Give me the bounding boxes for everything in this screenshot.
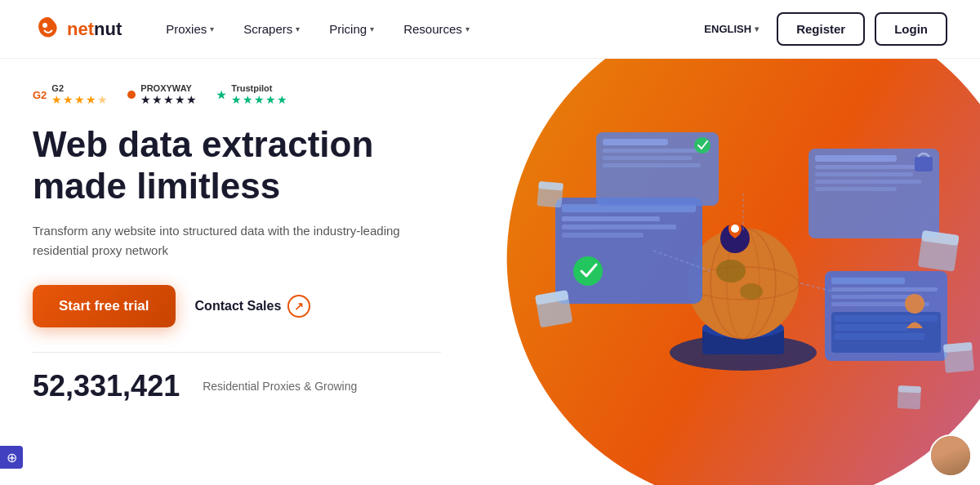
svg-rect-29 (815, 180, 921, 184)
svg-rect-26 (815, 155, 897, 162)
proxyway-stars: ★ ★ ★ ★ ★ (140, 93, 197, 106)
svg-rect-33 (831, 278, 905, 284)
svg-rect-28 (815, 172, 913, 176)
hero-visual (457, 59, 980, 485)
logo[interactable]: netnut (33, 14, 122, 45)
svg-point-0 (42, 23, 47, 28)
navbar: netnut Proxies ▾ Scrapers ▾ Pricing ▾ Re… (0, 0, 980, 59)
svg-point-41 (905, 294, 924, 314)
register-button[interactable]: Register (777, 12, 865, 46)
chevron-down-icon: ▾ (370, 24, 374, 33)
svg-point-12 (731, 225, 739, 233)
svg-point-9 (716, 260, 746, 283)
hero-section: G2 G2 ★ ★ ★ ★ ★ PROXYWAY (0, 59, 980, 485)
svg-rect-15 (562, 216, 660, 221)
g2-stars: ★ ★ ★ ★ ★ (51, 93, 108, 106)
stat-number: 52,331,421 (33, 369, 180, 403)
svg-point-24 (694, 137, 710, 154)
svg-rect-31 (915, 157, 933, 171)
language-selector[interactable]: ENGLISH ▾ (696, 18, 767, 40)
login-button[interactable]: Login (875, 12, 947, 46)
nav-item-pricing[interactable]: Pricing ▾ (318, 16, 385, 42)
svg-rect-38 (835, 315, 938, 322)
svg-rect-40 (835, 333, 924, 340)
accessibility-button[interactable]: ⊕ (0, 446, 23, 469)
svg-point-10 (740, 283, 763, 300)
g2-logo: G2 (33, 89, 47, 101)
nav-item-proxies[interactable]: Proxies ▾ (154, 16, 225, 42)
svg-rect-22 (603, 156, 693, 160)
hero-subtext: Transform any website into structured da… (33, 221, 408, 260)
svg-rect-20 (603, 139, 668, 145)
chevron-down-icon: ▾ (466, 24, 470, 33)
avatar (929, 434, 972, 477)
svg-rect-17 (562, 233, 644, 238)
svg-rect-27 (815, 165, 929, 169)
arrow-icon: ↗ (287, 295, 310, 318)
contact-sales-button[interactable]: Contact Sales ↗ (195, 295, 311, 318)
nav-right: ENGLISH ▾ Register Login (696, 12, 947, 46)
cta-buttons: Start free trial Contact Sales ↗ (33, 285, 441, 327)
svg-rect-16 (562, 225, 676, 229)
accessibility-icon: ⊕ (7, 450, 17, 465)
nav-item-resources[interactable]: Resources ▾ (392, 16, 481, 42)
hero-headline: Web data extraction made limitless (33, 124, 441, 207)
stat-label: Residential Proxies & Growing (203, 380, 357, 393)
trustpilot-stars: ★ ★ ★ ★ ★ (231, 93, 287, 106)
svg-rect-51 (898, 385, 921, 393)
stats-section: 52,331,421 Residential Proxies & Growing (33, 352, 441, 403)
trust-badges: G2 G2 ★ ★ ★ ★ ★ PROXYWAY (33, 83, 441, 106)
svg-rect-23 (603, 163, 701, 167)
chevron-down-icon: ▾ (210, 24, 214, 33)
badge-trustpilot: ★ Trustpilot ★ ★ ★ ★ ★ (216, 83, 287, 106)
svg-rect-21 (603, 149, 709, 153)
badge-g2: G2 G2 ★ ★ ★ ★ ★ (33, 83, 108, 106)
badge-proxyway: PROXYWAY ★ ★ ★ ★ ★ (127, 83, 197, 106)
svg-rect-30 (815, 187, 897, 191)
chevron-down-icon: ▾ (296, 24, 300, 33)
start-free-trial-button[interactable]: Start free trial (33, 285, 176, 327)
nav-item-scrapers[interactable]: Scrapers ▾ (232, 16, 311, 42)
logo-text: netnut (67, 19, 122, 40)
svg-rect-13 (555, 198, 702, 304)
svg-rect-34 (831, 287, 938, 291)
trustpilot-logo: ★ (216, 89, 226, 101)
hero-left-content: G2 G2 ★ ★ ★ ★ ★ PROXYWAY (0, 59, 474, 485)
svg-rect-39 (835, 324, 908, 331)
svg-point-18 (573, 256, 603, 286)
nav-links: Proxies ▾ Scrapers ▾ Pricing ▾ Resources… (154, 16, 696, 42)
chevron-down-icon: ▾ (755, 24, 759, 33)
proxyway-dot-icon (127, 91, 136, 99)
